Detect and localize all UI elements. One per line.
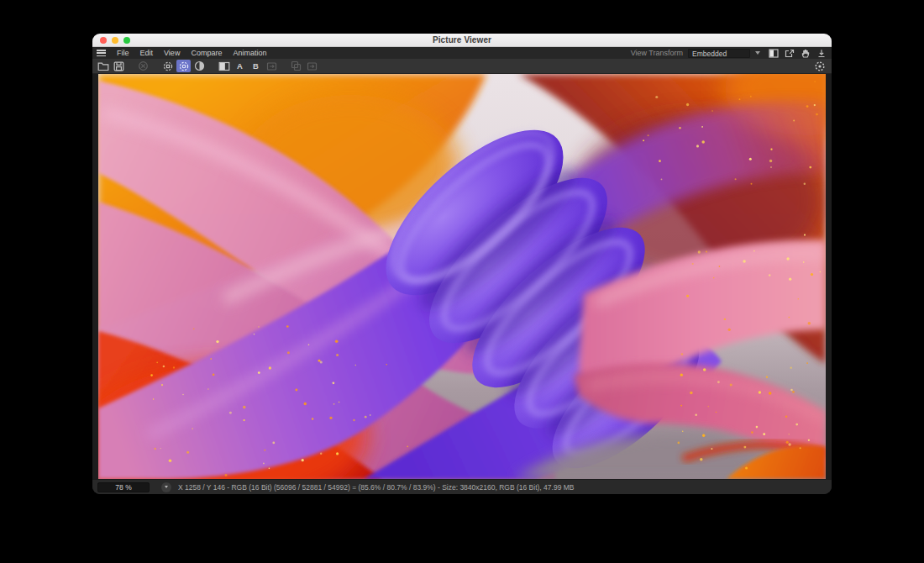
minimize-button[interactable] <box>112 37 118 44</box>
open-folder-icon[interactable] <box>96 60 110 72</box>
ab-split-view-icon[interactable] <box>217 60 231 72</box>
pan-hand-icon[interactable] <box>800 48 811 58</box>
toolbar: A B <box>92 59 832 74</box>
popout-window-icon[interactable] <box>784 48 795 58</box>
menu-animation[interactable]: Animation <box>233 49 266 57</box>
menu-file[interactable]: File <box>117 49 129 57</box>
set-version-a-button[interactable]: A <box>233 60 247 72</box>
swap-ab-icon <box>265 60 279 72</box>
move-image-icon <box>305 60 319 72</box>
zoom-dropdown-button[interactable] <box>161 482 171 492</box>
image-viewport[interactable] <box>92 74 832 479</box>
display-settings-gear-icon[interactable] <box>176 60 191 72</box>
desktop-background: Picture Viewer File Edit View Compare An… <box>0 0 924 563</box>
render-settings-gear-icon[interactable] <box>812 60 827 72</box>
picture-viewer-window: Picture Viewer File Edit View Compare An… <box>92 34 832 494</box>
view-transform-select[interactable]: Embedded <box>688 49 750 58</box>
set-version-b-button[interactable]: B <box>249 60 263 72</box>
menu-view[interactable]: View <box>164 49 180 57</box>
filter-settings-gear-icon[interactable] <box>160 60 175 72</box>
menubar: File Edit View Compare Animation View Tr… <box>92 47 832 59</box>
chevron-down-icon <box>165 486 168 488</box>
view-transform-label: View Transform <box>631 49 683 57</box>
menu-compare[interactable]: Compare <box>191 49 222 57</box>
window-title: Picture Viewer <box>433 35 491 45</box>
maximize-button[interactable] <box>123 37 130 44</box>
menu-edit[interactable]: Edit <box>140 49 154 57</box>
zoom-input[interactable] <box>97 482 150 492</box>
split-display-icon[interactable] <box>768 48 779 58</box>
traffic-lights <box>100 37 130 44</box>
cancel-render-icon <box>136 60 150 72</box>
rendered-image[interactable] <box>98 74 826 479</box>
save-image-icon[interactable] <box>112 60 126 72</box>
status-info-text: X 1258 / Y 146 - RGB (16 Bit) (56096 / 5… <box>178 483 574 492</box>
download-icon[interactable] <box>816 48 827 58</box>
compare-contrast-icon[interactable] <box>192 60 207 72</box>
close-button[interactable] <box>100 37 107 44</box>
view-transform-controls: View Transform Embedded <box>631 48 827 58</box>
chevron-down-icon[interactable] <box>755 51 760 55</box>
titlebar[interactable]: Picture Viewer <box>92 34 832 47</box>
copy-image-icon <box>289 60 303 72</box>
statusbar: X 1258 / Y 146 - RGB (16 Bit) (56096 / 5… <box>92 479 832 494</box>
hamburger-menu-icon[interactable] <box>97 50 106 56</box>
